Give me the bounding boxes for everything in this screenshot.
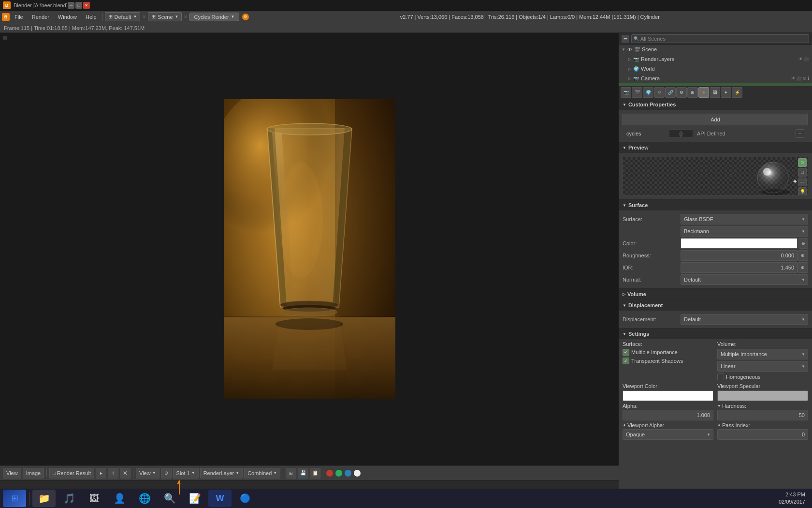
roughness-node-btn[interactable]: ⊕ xyxy=(798,250,808,261)
render-engine-dropdown[interactable]: Cycles Render ▼ xyxy=(189,13,239,21)
taskbar-notepad[interactable]: 📝 xyxy=(183,490,206,507)
volume-header[interactable]: ▷ Volume xyxy=(619,289,812,299)
view-button-2[interactable]: View ▼ xyxy=(136,468,160,478)
render-viewport[interactable] xyxy=(0,33,619,465)
render-result-button[interactable]: □ Render Result xyxy=(49,468,94,478)
roughness-value[interactable]: 0.000 ⊕ xyxy=(681,250,808,261)
world-props-btn[interactable]: 🌍 xyxy=(643,87,653,98)
roughness-input[interactable]: 0.000 xyxy=(681,250,798,261)
ior-input[interactable]: 1.450 xyxy=(681,262,798,273)
particles-btn[interactable]: ✦ xyxy=(721,87,731,98)
ts-checkbox[interactable]: ✓ xyxy=(623,358,629,364)
save-btn[interactable]: 💾 xyxy=(298,468,308,478)
color-picker-btn[interactable]: ⊕ xyxy=(798,238,808,249)
render-props-btn[interactable]: 📷 xyxy=(621,87,631,98)
taskbar-word[interactable]: W xyxy=(208,490,232,507)
pass-index-input[interactable]: 0 xyxy=(717,429,808,440)
maximize-button[interactable]: □ xyxy=(75,2,82,9)
hardness-value[interactable]: 50 xyxy=(717,410,808,420)
red-channel-btn[interactable] xyxy=(326,470,333,477)
pass-index-value[interactable]: 0 xyxy=(717,429,808,440)
menu-file[interactable]: File xyxy=(11,13,27,21)
transparent-shadows-cb[interactable]: ✓ Transparent Shadows xyxy=(623,358,713,364)
remove-render-btn[interactable]: ✕ xyxy=(120,468,130,478)
vp-alpha-select[interactable]: Opaque xyxy=(623,429,713,440)
screen-dropdown[interactable]: ⊞ Scene ▼ xyxy=(148,12,182,21)
alpha-channel-btn[interactable] xyxy=(354,470,361,477)
copy-btn[interactable]: 📋 xyxy=(310,468,320,478)
viewport-color-swatch[interactable] xyxy=(623,390,713,401)
blue-channel-btn[interactable] xyxy=(345,470,351,477)
cycles-prop-val[interactable]: {} xyxy=(669,129,693,138)
outliner-scene[interactable]: ▼ 👁 🎬 Scene xyxy=(619,45,812,54)
outliner-search-bar[interactable]: 🔍 All Scenes xyxy=(631,34,809,43)
settings-header[interactable]: ▼ Settings xyxy=(619,329,812,339)
custom-properties-header[interactable]: ▼ Custom Properties xyxy=(619,99,812,110)
combined-button[interactable]: Combined ▼ xyxy=(244,468,280,478)
render-channels-btn[interactable]: ⊞ xyxy=(286,468,296,478)
preview-light-btn[interactable]: 💡 xyxy=(798,187,807,195)
constraints-btn[interactable]: 🔗 xyxy=(665,87,676,98)
menu-render[interactable]: Render xyxy=(28,13,53,21)
image-button[interactable]: Image xyxy=(23,468,44,478)
outliner-renderlayers[interactable]: ▷ 📷 RenderLayers 👁 🎥 xyxy=(619,54,812,64)
preview-sphere-btn[interactable]: ⊙ xyxy=(798,158,807,167)
outliner-camera[interactable]: ▷ 📷 Camera 👁 🎥 ⊙ ℹ xyxy=(619,74,812,83)
material-props-btn[interactable]: ● xyxy=(698,87,709,98)
scene-props-btn[interactable]: 🎬 xyxy=(632,87,642,98)
normal-select[interactable]: Default xyxy=(681,274,808,285)
add-render-btn[interactable]: + xyxy=(108,468,118,478)
preview-cube-btn[interactable]: □ xyxy=(798,168,807,177)
outliner-mode-btn[interactable]: ☰ xyxy=(622,35,629,43)
start-button[interactable]: ⊞ xyxy=(3,490,26,507)
taskbar-photos[interactable]: 🖼 xyxy=(83,490,106,507)
close-button[interactable]: ✕ xyxy=(83,2,90,9)
preview-plane-btn[interactable]: — xyxy=(798,178,807,186)
taskbar-music[interactable]: 🎵 xyxy=(58,490,81,507)
outliner-world[interactable]: ▷ 🌍 World xyxy=(619,64,812,74)
taskbar-user[interactable]: 👤 xyxy=(108,490,131,507)
linear-select[interactable]: Linear xyxy=(717,361,808,372)
screen-layout-dropdown[interactable]: ⊞ Default ▼ xyxy=(105,12,141,21)
timeline-playhead[interactable] xyxy=(179,480,180,494)
taskbar-ie[interactable]: 🌐 xyxy=(133,490,156,507)
surface-select[interactable]: Glass BSDF xyxy=(681,214,808,224)
rl-vis-cam[interactable]: 🎥 xyxy=(804,57,809,61)
modifiers-btn[interactable]: ⚙ xyxy=(676,87,687,98)
f-button[interactable]: F xyxy=(96,468,106,478)
surface-header[interactable]: ▼ Surface xyxy=(619,200,812,210)
view-button[interactable]: View xyxy=(3,468,21,478)
taskbar-folder[interactable]: 📁 xyxy=(32,490,56,507)
mi-vol-select[interactable]: Multiple Importance xyxy=(717,349,808,359)
zoom-fit-btn[interactable]: ⊙ xyxy=(161,468,172,478)
physics-btn[interactable]: ⚡ xyxy=(732,87,742,98)
taskbar-search[interactable]: 🔍 xyxy=(158,490,181,507)
mi-checkbox[interactable]: ✓ xyxy=(623,349,629,356)
data-btn[interactable]: ⊞ xyxy=(687,87,698,98)
distribution-select[interactable]: Beckmann xyxy=(681,226,808,237)
menu-help[interactable]: Help xyxy=(82,13,101,21)
preview-header[interactable]: ▼ Preview xyxy=(619,142,812,153)
hardness-input[interactable]: 50 xyxy=(717,410,808,420)
viewport-specular-swatch[interactable] xyxy=(717,390,808,401)
multiple-importance-cb[interactable]: ✓ Multiple Importance xyxy=(623,349,713,356)
color-swatch[interactable] xyxy=(681,238,798,249)
object-props-btn[interactable]: ▽ xyxy=(654,87,665,98)
ior-node-btn[interactable]: ⊕ xyxy=(798,262,808,273)
minimize-button[interactable]: ─ xyxy=(68,2,74,9)
disp-select[interactable]: Default xyxy=(681,314,808,325)
texture-props-btn[interactable]: 🖼 xyxy=(710,87,720,98)
add-property-btn[interactable]: Add xyxy=(623,114,808,125)
displacement-header[interactable]: ▼ Displacement xyxy=(619,300,812,311)
alpha-value[interactable]: 1.000 xyxy=(623,410,713,420)
alpha-input[interactable]: 1.000 xyxy=(623,410,713,420)
delete-property-btn[interactable]: − xyxy=(796,129,804,138)
taskbar-blender[interactable]: 🔵 xyxy=(233,490,257,507)
homo-checkbox[interactable] xyxy=(717,374,724,380)
ior-value[interactable]: 1.450 ⊕ xyxy=(681,262,808,273)
rl-vis-eye[interactable]: 👁 xyxy=(798,57,803,61)
slot-button[interactable]: Slot 1 ▼ xyxy=(173,468,199,478)
menu-window[interactable]: Window xyxy=(54,13,81,21)
green-channel-btn[interactable] xyxy=(335,470,342,477)
render-layer-button[interactable]: RenderLayer ▼ xyxy=(200,468,243,478)
